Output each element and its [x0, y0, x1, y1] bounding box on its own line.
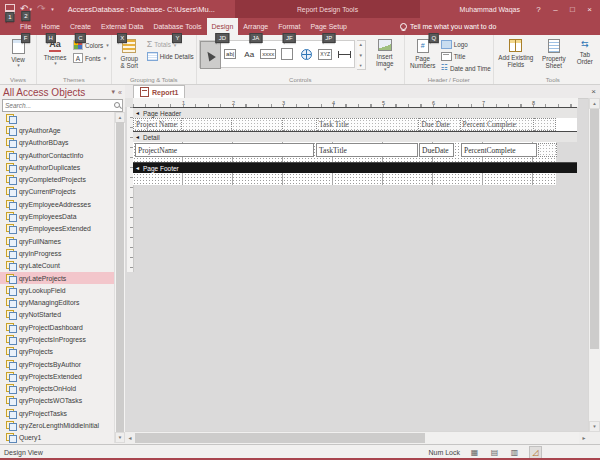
fonts-button[interactable]: A Fonts ▾ — [73, 53, 109, 63]
tellme-box[interactable]: Tell me what you want to do Q — [400, 18, 496, 35]
title-button[interactable]: Title — [441, 52, 491, 61]
nav-item[interactable]: qryInProgress — [0, 247, 115, 259]
page-break-tool[interactable]: XYZ — [316, 41, 335, 67]
header-empty-box[interactable] — [283, 118, 317, 131]
property-sheet-button[interactable]: Property Sheet — [538, 37, 570, 69]
page-footer-section[interactable] — [133, 173, 556, 185]
nav-item[interactable]: qryLateCount — [0, 260, 115, 272]
customize-qat-button[interactable]: ▾ — [51, 6, 54, 12]
print-preview-icon[interactable]: ▤ — [489, 447, 500, 458]
line-tool[interactable] — [335, 41, 354, 67]
ribbon-tab[interactable]: Create C — [65, 18, 96, 35]
nav-item[interactable]: qryProjectsExtended — [0, 370, 115, 382]
header-empty-box[interactable] — [182, 118, 232, 131]
nav-item[interactable]: qryManagingEditors — [0, 296, 115, 308]
textbox-control[interactable]: ProjectName — [135, 143, 314, 157]
nav-item[interactable]: qryFullNames — [0, 235, 115, 247]
nav-item[interactable]: qryLookupField — [0, 284, 115, 296]
close-document-icon[interactable]: × — [591, 85, 596, 98]
scrollbar-thumb[interactable] — [135, 433, 425, 443]
nav-item[interactable]: qryZeroLengthMiddleInitial — [0, 419, 115, 431]
close-button[interactable]: × — [581, 0, 598, 18]
tab-order-button[interactable]: ⇆ Tab Order — [572, 37, 598, 65]
page-footer-bar[interactable]: ◄ Page Footer — [133, 162, 577, 173]
nav-item[interactable]: qryProjectsOnHold — [0, 383, 115, 395]
nav-item[interactable]: Query1 — [0, 432, 115, 444]
header-label-box[interactable]: Project Name — [133, 118, 182, 131]
date-time-button[interactable]: ☷ Date and Time — [441, 64, 491, 72]
ribbon-tab[interactable]: External Data X — [96, 18, 148, 35]
ribbon-tab[interactable]: Page Setup JP — [305, 18, 352, 35]
nav-item[interactable]: qryCompletedProjects — [0, 173, 115, 185]
minimize-button[interactable]: – — [547, 0, 564, 18]
ribbon-tab[interactable]: Database Tools Y — [148, 18, 206, 35]
textbox-control[interactable]: DueDate — [419, 143, 454, 157]
scroll-down-icon[interactable]: ▼ — [115, 432, 125, 443]
page-header-bar[interactable]: ◄ Page Header — [133, 107, 577, 118]
nav-item[interactable]: qryProjects — [0, 346, 115, 358]
maximize-button[interactable]: □ — [564, 0, 581, 18]
logo-button[interactable]: Logo — [441, 40, 491, 49]
insert-image-button[interactable]: Insert Image ▾ — [368, 37, 402, 73]
header-label-box[interactable]: Percent Complete — [461, 118, 535, 131]
scroll-right-icon[interactable]: ► — [579, 432, 589, 444]
document-tab[interactable]: Report1 — [133, 85, 185, 98]
nav-item[interactable]: qryProjectDashboard — [0, 321, 115, 333]
nav-item[interactable]: qryProjectsByAuthor — [0, 358, 115, 370]
scrollbar-thumb[interactable] — [116, 122, 124, 433]
nav-item[interactable] — [0, 112, 115, 124]
ribbon-tab[interactable]: Design JD — [207, 18, 239, 35]
hide-details-button[interactable]: Hide Details — [147, 52, 194, 61]
add-existing-fields-button[interactable]: Add Existing Fields — [496, 37, 536, 68]
header-empty-box[interactable] — [232, 118, 282, 131]
label-tool[interactable]: Aa — [240, 41, 259, 67]
shutter-close-icon[interactable]: « — [118, 89, 122, 96]
scroll-down-icon[interactable]: ▼ — [589, 421, 600, 432]
header-empty-box[interactable] — [534, 118, 556, 131]
help-button[interactable]: ? — [530, 0, 547, 18]
ribbon-tab[interactable]: Home H — [36, 18, 65, 35]
scrollbar-thumb[interactable] — [590, 109, 599, 349]
gallery-scroll[interactable]: ▲ ▼ ▾ — [357, 40, 366, 70]
ribbon-tab[interactable]: Format JF — [273, 18, 305, 35]
report-view-icon[interactable]: ▦ — [469, 447, 480, 458]
nav-menu-icon[interactable]: ▾ — [112, 88, 116, 96]
nav-item[interactable]: qryEmployeeAddresses — [0, 198, 115, 210]
detail-section[interactable]: ProjectName TaskTitle DueDate PercentCom… — [133, 142, 556, 162]
design-view-icon[interactable]: ◿ — [529, 446, 542, 459]
undo-button[interactable]: ↶▾ 2 — [20, 5, 32, 13]
nav-item[interactable]: qryEmployeesExtended — [0, 223, 115, 235]
nav-item[interactable]: qryAuthorBDays — [0, 137, 115, 149]
nav-item[interactable]: qryProjectsWOTasks — [0, 395, 115, 407]
nav-item[interactable]: qryNotStarted — [0, 309, 115, 321]
header-label-box[interactable]: Due Date — [419, 118, 460, 131]
textbox-control[interactable]: TaskTitle — [316, 143, 418, 157]
totals-button[interactable]: Σ Totals ▾ — [147, 40, 194, 49]
save-button[interactable]: 1 — [5, 4, 15, 14]
tab-control-tool[interactable] — [278, 41, 297, 67]
scroll-up-icon[interactable]: ▲ — [589, 98, 600, 109]
header-label-box[interactable]: Task Title — [317, 118, 419, 131]
search-icon[interactable] — [114, 102, 120, 108]
textbox-control[interactable]: PercentComplete — [461, 143, 537, 157]
page-header-section[interactable]: Project Name Task Title Due Date Percent… — [133, 118, 577, 131]
design-canvas[interactable]: ◄ Page Header Project Name Task Title Du… — [125, 107, 588, 432]
layout-view-icon[interactable]: ▥ — [509, 447, 520, 458]
horizontal-scrollbar[interactable]: ◄ ► — [125, 431, 589, 444]
nav-item[interactable]: qryProjectsInProgress — [0, 333, 115, 345]
nav-item[interactable]: qryAuthorAge — [0, 124, 115, 136]
textbox-tool[interactable]: ab| — [221, 41, 240, 67]
nav-item[interactable]: qryEmployeesData — [0, 210, 115, 222]
vertical-scrollbar[interactable]: ▲ ▼ — [588, 98, 600, 432]
redo-button[interactable]: ↷ — [37, 5, 45, 13]
nav-item[interactable]: qryProjectTasks — [0, 407, 115, 419]
select-tool[interactable] — [200, 41, 221, 69]
nav-item[interactable]: qryAuthorDuplicates — [0, 161, 115, 173]
hyperlink-tool[interactable] — [297, 41, 316, 67]
ribbon-tab[interactable]: Arrange JA — [238, 18, 273, 35]
detail-bar[interactable]: ◄ Detail — [133, 131, 577, 142]
search-input[interactable] — [3, 100, 122, 111]
empty-control[interactable] — [538, 143, 557, 157]
nav-scrollbar[interactable]: ▲ ▼ — [114, 112, 125, 443]
scroll-left-icon[interactable]: ◄ — [125, 432, 135, 444]
